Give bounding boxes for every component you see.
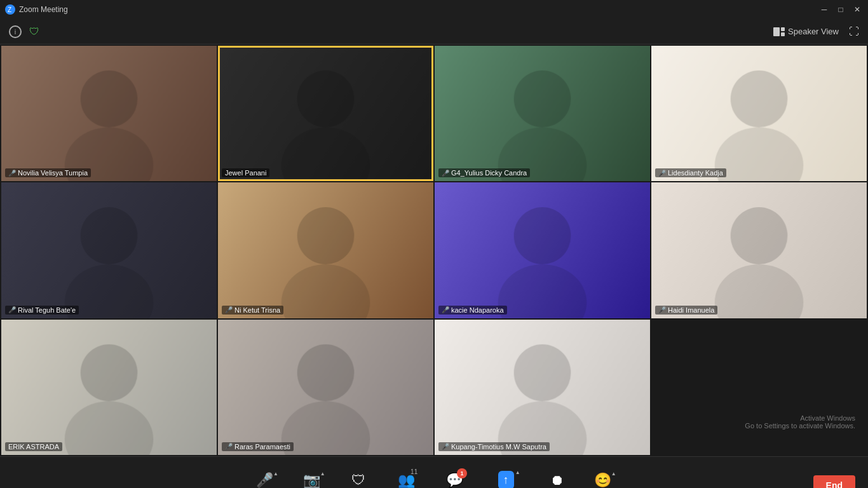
participant-name-text: Lidesdianty Kadja: [668, 169, 723, 177]
muted-icon: 🎤: [8, 306, 16, 313]
video-grid: 🎤Novilia Velisya TumpiaJewel Panani🎤G4_Y…: [0, 44, 868, 456]
muted-icon: 🎤: [442, 306, 449, 313]
record-icon: ⏺: [550, 472, 564, 489]
participant-name-text: ERIK ASTRADA: [8, 443, 59, 451]
security-button[interactable]: 🛡 Security: [336, 467, 381, 489]
participant-name-text: Raras Paramaesti: [234, 443, 290, 451]
stop-video-button[interactable]: 📷 ▲ Stop Video: [287, 467, 336, 489]
reactions-button[interactable]: 😊 ▲ Reactions: [580, 467, 626, 489]
mute-icon: 🎤 ▲: [256, 472, 273, 489]
participant-name-label: ERIK ASTRADA: [5, 442, 62, 451]
activate-windows-notice: Activate Windows Go to Settings to activ…: [745, 414, 855, 430]
participant-video: [218, 320, 433, 455]
participant-name-label: 🎤Novilia Velisya Tumpia: [5, 168, 91, 177]
muted-icon: 🎤: [8, 170, 16, 177]
video-cell: 🎤Lidesdianty Kadja: [651, 46, 867, 181]
video-cell: 🎤Novilia Velisya Tumpia: [1, 46, 217, 181]
participant-video: [435, 46, 650, 181]
video-cell: 🎤Ni Ketut Trisna: [218, 182, 433, 318]
top-bar-right: Speaker View ⛶: [773, 26, 859, 37]
participant-name-text: Rival Teguh Bate'e: [18, 306, 76, 314]
chat-icon: 💬 1: [446, 472, 463, 489]
end-button[interactable]: End: [813, 475, 855, 489]
participant-video: [651, 182, 867, 318]
speaker-view-label: Speaker View: [788, 27, 839, 36]
muted-icon: 🎤: [442, 443, 449, 450]
video-cell: 🎤Raras Paramaesti: [218, 320, 433, 455]
video-cell: Jewel Panani: [218, 46, 433, 181]
mute-caret[interactable]: ▲: [273, 471, 278, 477]
video-cell: [651, 320, 867, 455]
speaker-view-button[interactable]: Speaker View: [773, 27, 839, 36]
security-icon: 🛡: [351, 472, 365, 489]
participant-video: [1, 182, 217, 318]
reactions-icon: 😊 ▲: [594, 472, 611, 489]
record-button[interactable]: ⏺ Record: [535, 467, 580, 489]
video-cell: 🎤Haidi Imanuela: [651, 182, 867, 318]
participant-video: [1, 320, 217, 455]
maximize-button[interactable]: □: [835, 4, 846, 15]
muted-icon: 🎤: [658, 170, 666, 177]
muted-icon: 🎤: [225, 306, 233, 313]
video-caret[interactable]: ▲: [320, 471, 325, 477]
svg-rect-3: [781, 27, 785, 31]
minimize-button[interactable]: ─: [818, 4, 830, 15]
participants-icon: 👥 11: [398, 472, 415, 489]
reactions-caret[interactable]: ▲: [611, 471, 616, 477]
participant-video: [651, 46, 867, 181]
video-cell: 🎤Kupang-Timotius M.W Saputra: [435, 320, 650, 455]
title-bar: Z Zoom Meeting ─ □ ✕: [0, 0, 868, 19]
svg-text:Z: Z: [8, 6, 11, 13]
participant-name-label: 🎤Lidesdianty Kadja: [655, 168, 726, 177]
share-caret[interactable]: ▲: [515, 470, 520, 475]
mute-button[interactable]: 🎤 ▲ Mute: [242, 467, 287, 489]
participants-count: 11: [410, 468, 417, 475]
close-button[interactable]: ✕: [851, 4, 863, 15]
video-cell: 🎤kacie Ndaparoka: [435, 182, 650, 318]
participant-video: [435, 320, 650, 455]
participant-name-text: Ni Ketut Trisna: [234, 306, 280, 314]
muted-icon: 🎤: [225, 443, 233, 450]
fullscreen-button[interactable]: ⛶: [849, 26, 859, 37]
participant-name-text: kacie Ndaparoka: [451, 306, 504, 314]
chat-button[interactable]: 💬 1 Chat: [432, 467, 477, 489]
toolbar: 🎤 ▲ Mute 📷 ▲ Stop Video 🛡 Security 👥 11 …: [0, 456, 868, 488]
video-cell: 🎤G4_Yulius Dicky Candra: [435, 46, 650, 181]
svg-rect-4: [781, 32, 785, 36]
participant-video: [218, 46, 433, 181]
participant-name-label: 🎤Ni Ketut Trisna: [222, 306, 283, 315]
participant-name-label: 🎤Kupang-Timotius M.W Saputra: [438, 442, 550, 451]
shield-icon: 🛡: [28, 25, 41, 38]
stop-video-icon: 📷 ▲: [303, 472, 320, 489]
share-screen-button[interactable]: ↑ ▲ Share Screen: [477, 466, 534, 488]
chat-badge: 1: [457, 468, 467, 478]
window-controls[interactable]: ─ □ ✕: [818, 4, 863, 15]
participant-name-text: Novilia Velisya Tumpia: [18, 169, 88, 177]
app-icon: Z: [5, 4, 15, 15]
participants-button[interactable]: 👥 11 Participants: [381, 467, 432, 489]
participant-video: [1, 46, 217, 181]
participant-video: [218, 182, 433, 318]
muted-icon: 🎤: [658, 306, 666, 313]
participant-name-text: Jewel Panani: [225, 169, 266, 177]
participant-name-label: 🎤Rival Teguh Bate'e: [5, 306, 79, 315]
muted-icon: 🎤: [442, 170, 449, 177]
video-cell: 🎤Rival Teguh Bate'e: [1, 182, 217, 318]
info-icon[interactable]: i: [9, 25, 22, 38]
participant-name-label: 🎤Haidi Imanuela: [655, 306, 717, 315]
svg-rect-2: [773, 27, 780, 36]
top-bar: i 🛡 Speaker View ⛶: [0, 19, 868, 44]
participant-name-label: Jewel Panani: [222, 168, 269, 177]
participant-name-label: 🎤kacie Ndaparoka: [438, 306, 507, 315]
share-screen-icon: ↑ ▲: [498, 471, 514, 488]
participant-name-text: Kupang-Timotius M.W Saputra: [451, 443, 546, 451]
window-title: Zoom Meeting: [19, 5, 818, 14]
participant-name-text: G4_Yulius Dicky Candra: [451, 169, 527, 177]
participant-video: [435, 182, 650, 318]
participant-name-label: 🎤Raras Paramaesti: [222, 442, 294, 451]
participant-name-text: Haidi Imanuela: [668, 306, 714, 314]
participant-name-label: 🎤G4_Yulius Dicky Candra: [438, 168, 530, 177]
video-cell: ERIK ASTRADA: [1, 320, 217, 455]
